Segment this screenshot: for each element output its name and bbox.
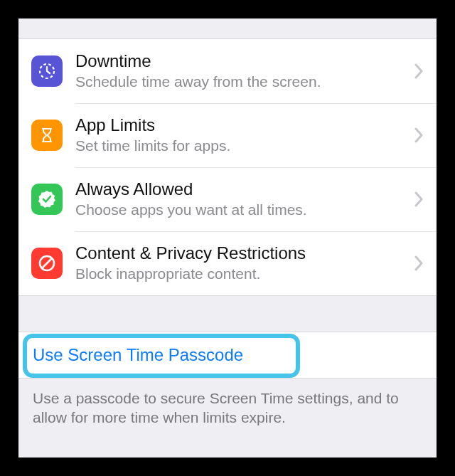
row-text: Downtime Schedule time away from the scr… (75, 51, 408, 91)
row-always-allowed[interactable]: Always Allowed Choose apps you want at a… (18, 167, 437, 231)
row-content-privacy[interactable]: Content & Privacy Restrictions Block ina… (18, 231, 437, 295)
no-symbol-icon (31, 248, 63, 279)
row-subtitle: Schedule time away from the screen. (75, 73, 408, 91)
passcode-label: Use Screen Time Passcode (33, 345, 243, 365)
row-text: App Limits Set time limits for apps. (75, 115, 408, 155)
settings-screen: Downtime Schedule time away from the scr… (18, 18, 437, 458)
chevron-right-icon (414, 255, 424, 272)
hourglass-icon (31, 120, 63, 151)
row-title: Content & Privacy Restrictions (75, 243, 408, 264)
chevron-right-icon (414, 127, 424, 144)
row-text: Always Allowed Choose apps you want at a… (75, 179, 408, 219)
row-subtitle: Choose apps you want at all times. (75, 201, 408, 219)
row-title: App Limits (75, 115, 408, 136)
chevron-right-icon (414, 63, 424, 80)
settings-group: Downtime Schedule time away from the scr… (18, 38, 437, 296)
row-downtime[interactable]: Downtime Schedule time away from the scr… (18, 39, 437, 103)
use-screen-time-passcode-button[interactable]: Use Screen Time Passcode (18, 332, 437, 378)
check-seal-icon (31, 184, 63, 215)
footer-description: Use a passcode to secure Screen Time set… (18, 379, 437, 428)
passcode-group: Use Screen Time Passcode (18, 332, 437, 379)
row-title: Always Allowed (75, 179, 408, 200)
row-subtitle: Block inappropriate content. (75, 265, 408, 283)
row-app-limits[interactable]: App Limits Set time limits for apps. (18, 103, 437, 167)
row-title: Downtime (75, 51, 408, 72)
row-subtitle: Set time limits for apps. (75, 137, 408, 155)
downtime-icon (31, 55, 63, 87)
chevron-right-icon (414, 191, 424, 208)
row-text: Content & Privacy Restrictions Block ina… (75, 243, 408, 283)
svg-line-2 (42, 258, 52, 268)
